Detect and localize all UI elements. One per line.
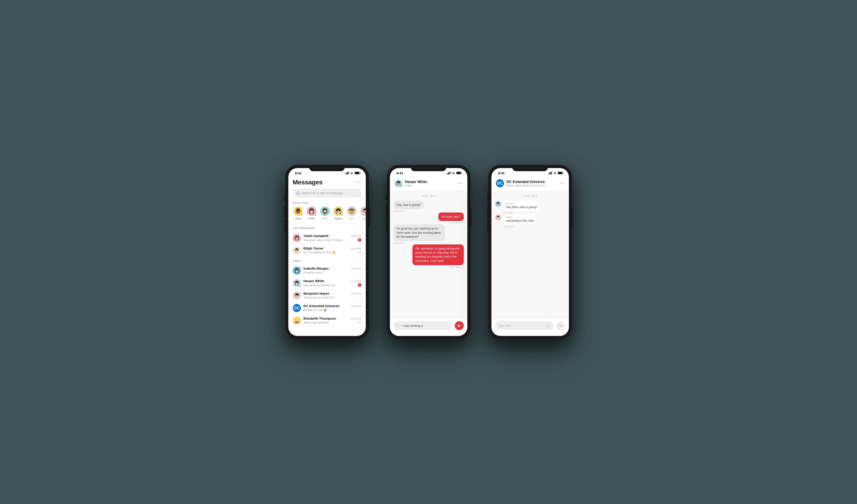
date-separator: Today, Jan 9 bbox=[495, 195, 565, 197]
today-list: 👩🏻 Isabella Morgan18:33 PM All good, wbu… bbox=[288, 264, 366, 327]
chat-subtitle: Emma, Steve, Xavier and 23 more... bbox=[507, 184, 557, 187]
quick-chat-row[interactable]: 👨🏾 Steve 👩🏻 Violet 🧔🏻 Gilbert 👧🏻 bbox=[288, 206, 366, 223]
conversation-row[interactable]: 👩🏻 Violet Campbell20:32 PM The good new … bbox=[288, 232, 366, 244]
conversation-time: 14:24 PM bbox=[351, 317, 361, 320]
search-input[interactable]: Search for a user or message... bbox=[293, 189, 361, 198]
unread-badge: 3 bbox=[358, 238, 361, 242]
conversation-preview: The good new is that, it'll pass... bbox=[303, 238, 345, 242]
quick-chat-item[interactable]: 🤠 Olivia bbox=[346, 206, 357, 220]
section-last-messages: LAST MESSAGES bbox=[288, 227, 366, 232]
chat-body[interactable]: Today, Jan 9 👧🏻 Emma Hey folks, how is g… bbox=[491, 190, 569, 319]
search-placeholder: Search for a user or message... bbox=[302, 191, 346, 195]
message-bubble[interactable]: All good, wbu? bbox=[438, 213, 464, 221]
input-value: I was thinking a bbox=[403, 324, 423, 327]
presence-indicator bbox=[314, 214, 316, 216]
chat-header[interactable]: 👧🏻 Harper White Online ••• bbox=[390, 178, 467, 190]
chat-body[interactable]: Today, Jan 9 Hey, how is going? 20:32 PM… bbox=[390, 190, 467, 319]
unread-badge: 1 bbox=[358, 283, 361, 287]
avatar: 🤠 bbox=[347, 206, 356, 216]
quick-chat-item[interactable]: 👨🏻 Han bbox=[360, 206, 366, 220]
group-message-row: 👨🏻 Stefan everything's fine, wbu 20:32 P… bbox=[495, 214, 565, 228]
message-time: 20:32 PM bbox=[495, 212, 565, 214]
message-text: everything's fine, wbu bbox=[506, 219, 534, 222]
battery-icon bbox=[355, 172, 360, 174]
divider bbox=[288, 223, 366, 224]
read-checkmark-icon: ✓✓ bbox=[460, 222, 463, 224]
conversation-time: 20:32 PM bbox=[351, 235, 361, 237]
status-time: 9:41 bbox=[295, 171, 302, 175]
message-bubble[interactable]: I'm good too, just catching up on some w… bbox=[393, 224, 445, 241]
read-checkmark-icon: ✓✓ bbox=[460, 266, 463, 268]
chat-subtitle: Online bbox=[405, 184, 456, 187]
conversation-row[interactable]: DC DC Extended Universe14:56 PM Emma: oh… bbox=[288, 302, 366, 314]
conversation-row[interactable]: 👧🏻 Harper White17:32 PM hey, what ya wat… bbox=[288, 277, 366, 289]
conversation-row[interactable]: 👩🏻 Isabella Morgan18:33 PM All good, wbu… bbox=[288, 264, 366, 277]
message-time: 20:32 PM ✓✓ bbox=[449, 222, 464, 224]
conversation-preview: kk, i'm waiting for that 🤞 bbox=[303, 251, 336, 254]
presence-indicator bbox=[400, 185, 402, 187]
message-bubble[interactable]: Emma Hey folks, how is going? bbox=[503, 201, 540, 211]
emoji-icon[interactable] bbox=[397, 324, 401, 327]
message-input[interactable]: Type here... bbox=[495, 321, 554, 330]
avatar: DC bbox=[293, 304, 301, 312]
conversation-name: Elijah Turner bbox=[303, 247, 324, 250]
message-bubble[interactable]: Oh, definitely! I'm going hiking with so… bbox=[413, 245, 464, 265]
phone-chat-group: 9:41 DC DC Extended Universe Emma, Steve… bbox=[488, 165, 572, 339]
avatar: 👨🏻 bbox=[293, 247, 301, 254]
quick-chat-name: Steve bbox=[295, 217, 301, 220]
chat-title: DC Extended Universe bbox=[507, 180, 557, 184]
more-button[interactable]: ••• bbox=[458, 181, 463, 185]
conversation-time: 19:04 PM bbox=[351, 247, 361, 250]
conversation-row[interactable]: 👱🏻‍♀️ Elizabeth Thompson14:24 PM yeah u … bbox=[288, 314, 366, 327]
conversation-name: Benjamin Hayes bbox=[303, 291, 330, 295]
search-icon bbox=[297, 191, 300, 195]
avatar: 👩🏻 bbox=[293, 234, 301, 242]
more-button[interactable]: ••• bbox=[560, 181, 565, 185]
send-button[interactable] bbox=[556, 321, 565, 330]
message-bubble[interactable]: Hey, how is going? bbox=[393, 201, 424, 209]
conversation-time: 17:32 PM bbox=[351, 280, 361, 283]
message-input[interactable]: I was thinking a bbox=[393, 321, 452, 330]
quick-chat-item[interactable]: 👧🏻 Harper bbox=[333, 206, 344, 220]
section-quick-chat: QUICK CHAT bbox=[288, 202, 366, 206]
conversation-preview: hey, what ya watchin rn? bbox=[303, 284, 335, 287]
input-placeholder: Type here... bbox=[498, 324, 514, 327]
quick-chat-item[interactable]: 👨🏾 Steve bbox=[293, 206, 303, 220]
quick-chat-name: Gilbert bbox=[321, 217, 328, 220]
read-checkmark-icon: ✓✓ bbox=[357, 321, 361, 324]
more-button[interactable]: ••• bbox=[357, 180, 361, 184]
signal-icon bbox=[548, 172, 552, 174]
message-row: All good, wbu? 20:32 PM ✓✓ bbox=[393, 213, 464, 224]
avatar: 👨🏻 bbox=[360, 206, 366, 216]
conversation-time: 14:56 PM bbox=[351, 305, 361, 307]
conversation-name: Violet Campbell bbox=[303, 234, 329, 238]
group-avatar: DC bbox=[496, 179, 504, 187]
quick-chat-item[interactable]: 🧔🏻 Gilbert bbox=[320, 206, 330, 220]
message-sender: Stefan bbox=[506, 216, 534, 219]
message-bubble[interactable]: Stefan everything's fine, wbu bbox=[503, 214, 537, 224]
avatar: 👦🏻 bbox=[293, 291, 301, 300]
quick-chat-item[interactable]: 👩🏻 Violet bbox=[306, 206, 317, 220]
presence-indicator bbox=[299, 285, 301, 287]
avatar: 👱🏻‍♀️ bbox=[293, 317, 301, 324]
battery-icon bbox=[456, 172, 461, 174]
conversation-time: 18:33 PM bbox=[351, 267, 361, 270]
quick-chat-name: Han bbox=[363, 217, 366, 220]
message-time: 20:32 PM bbox=[393, 242, 404, 245]
send-button[interactable] bbox=[455, 321, 464, 330]
message-row: Oh, definitely! I'm going hiking with so… bbox=[393, 245, 464, 269]
phone-chat-direct: 9:41 👧🏻 Harper White Online ••• T bbox=[387, 165, 470, 339]
globe-icon[interactable] bbox=[546, 324, 550, 327]
signal-icon bbox=[345, 172, 349, 174]
quick-chat-name: Violet bbox=[308, 217, 315, 220]
message-time: 20:32 PM ✓✓ bbox=[449, 266, 464, 269]
message-row: I'm good too, just catching up on some w… bbox=[393, 224, 464, 245]
avatar: 🧔🏻 bbox=[320, 206, 330, 216]
message-time: 20:32 PM bbox=[393, 210, 404, 213]
conversation-row[interactable]: 👦🏻 Benjamin Hayes15:01 PM Thank you so m… bbox=[288, 289, 366, 302]
avatar: 👨🏻 bbox=[495, 214, 501, 220]
chat-header[interactable]: DC DC Extended Universe Emma, Steve, Xav… bbox=[491, 178, 569, 190]
conversation-row[interactable]: 👨🏻 Elijah Turner19:04 PM kk, i'm waiting… bbox=[288, 244, 366, 257]
chat-title: Harper White bbox=[405, 180, 456, 184]
last-messages-list: 👩🏻 Violet Campbell20:32 PM The good new … bbox=[288, 232, 366, 257]
